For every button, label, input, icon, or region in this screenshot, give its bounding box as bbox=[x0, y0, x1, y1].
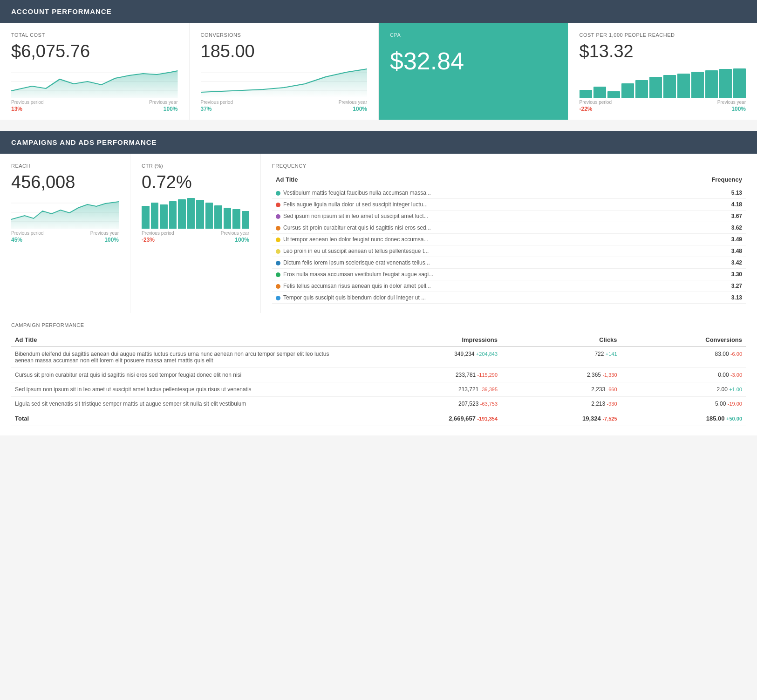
freq-row-value: 3.27 bbox=[657, 280, 746, 292]
freq-dot bbox=[276, 272, 280, 277]
freq-dot bbox=[276, 249, 280, 254]
camp-col-conversions: Conversions bbox=[621, 333, 746, 347]
reach-value: 456,008 bbox=[11, 172, 119, 192]
bar-6 bbox=[649, 77, 662, 98]
ctr-bar-6 bbox=[187, 198, 195, 229]
bar-4 bbox=[621, 83, 634, 98]
cpm-period-values: -22% 100% bbox=[580, 106, 746, 112]
freq-dot bbox=[276, 296, 280, 300]
ctr-bar-12 bbox=[242, 211, 250, 229]
bar-8 bbox=[677, 74, 690, 98]
reach-period-values: 45% 100% bbox=[11, 237, 119, 243]
campaigns-section: CAMPAIGNS AND ADS PERFORMANCE REACH 456,… bbox=[0, 131, 757, 435]
conversions-value: 185.00 bbox=[201, 41, 368, 61]
bar-5 bbox=[635, 80, 648, 98]
camp-total-clicks: 19,324 -7,525 bbox=[501, 411, 621, 426]
total-cost-value: $6,075.76 bbox=[11, 41, 178, 61]
freq-dot bbox=[276, 238, 280, 242]
conversions-period-labels: Previous period Previous year bbox=[201, 100, 368, 105]
reach-period-labels: Previous period Previous year bbox=[11, 231, 119, 236]
bar-7 bbox=[663, 75, 676, 98]
camp-row-impressions: 207,523 -63,753 bbox=[342, 397, 501, 411]
ctr-bar-4 bbox=[169, 201, 177, 229]
camp-row: Ligula sed sit venenatis sit tristique s… bbox=[11, 397, 746, 411]
bar-9 bbox=[691, 72, 704, 98]
camp-col-ad: Ad Title bbox=[11, 333, 342, 347]
frequency-panel: FREQUENCY Ad Title Frequency Vestibulum … bbox=[261, 154, 757, 313]
frequency-label: FREQUENCY bbox=[272, 163, 746, 169]
freq-row: Leo proin in eu ut suscipit aenean ut te… bbox=[272, 245, 746, 257]
camp-row-clicks: 2,365 -1,330 bbox=[501, 368, 621, 382]
freq-row-title: Dictum felis lorem ipsum scelerisque era… bbox=[272, 257, 657, 269]
cpa-label: CPA bbox=[390, 32, 557, 38]
camp-row-conversions: 0.00 -3.00 bbox=[621, 368, 746, 382]
total-cost-prev-year: 100% bbox=[164, 106, 178, 112]
camp-row-title: Ligula sed sit venenatis sit tristique s… bbox=[11, 397, 342, 411]
ctr-card: CTR (%) 0.72% P bbox=[130, 154, 261, 313]
conversions-card: CONVERSIONS 185.00 bbox=[190, 23, 379, 120]
total-cost-period-labels: Previous period Previous year bbox=[11, 100, 178, 105]
campaign-total-row: Total 2,669,657 -191,354 19,324 -7,525 1… bbox=[11, 411, 746, 426]
camp-row: Bibendum eleifend dui sagittis aenean du… bbox=[11, 347, 746, 368]
camp-row: Sed ipsum non ipsum sit in leo amet ut s… bbox=[11, 382, 746, 397]
ctr-chart bbox=[142, 196, 249, 229]
campaign-perf-panel: CAMPAIGN PERFORMANCE Ad Title Impression… bbox=[0, 313, 757, 435]
reach-label: REACH bbox=[11, 163, 119, 169]
camp-total-impressions: 2,669,657 -191,354 bbox=[342, 411, 501, 426]
cpm-chart bbox=[580, 65, 746, 98]
ctr-period-labels: Previous period Previous year bbox=[142, 231, 249, 236]
cpm-prev-period: -22% bbox=[580, 106, 593, 112]
freq-col-freq: Frequency bbox=[657, 174, 746, 187]
camp-row-title: Bibendum eleifend dui sagittis aenean du… bbox=[11, 347, 342, 368]
freq-row-value: 3.13 bbox=[657, 292, 746, 304]
camp-row-title: Cursus sit proin curabitur erat quis id … bbox=[11, 368, 342, 382]
frequency-table: Ad Title Frequency Vestibulum mattis feu… bbox=[272, 174, 746, 304]
conversions-chart bbox=[201, 65, 368, 98]
camp-row-conversions: 83.00 -6.00 bbox=[621, 347, 746, 368]
ctr-bar-9 bbox=[214, 205, 222, 229]
bar-10 bbox=[705, 70, 718, 98]
camp-row-conversions: 5.00 -19.00 bbox=[621, 397, 746, 411]
total-cost-period-values: 13% 100% bbox=[11, 106, 178, 112]
freq-row-value: 3.49 bbox=[657, 234, 746, 245]
conversions-label: CONVERSIONS bbox=[201, 32, 368, 38]
cpa-value: $32.84 bbox=[390, 47, 557, 75]
bar-12 bbox=[733, 68, 746, 98]
ctr-bar-2 bbox=[151, 203, 159, 229]
freq-row: Cursus sit proin curabitur erat quis id … bbox=[272, 222, 746, 234]
campaign-perf-table: Ad Title Impressions Clicks Conversions … bbox=[11, 333, 746, 426]
cpm-prev-year: 100% bbox=[731, 106, 746, 112]
freq-row-title: Felis augue ligula nulla dolor ut sed su… bbox=[272, 199, 657, 211]
freq-dot bbox=[276, 261, 280, 265]
cpm-period-labels: Previous period Previous year bbox=[580, 100, 746, 105]
freq-dot bbox=[276, 191, 280, 196]
freq-row-title: Eros nulla massa accumsan vestibulum feu… bbox=[272, 269, 657, 280]
freq-row-value: 3.62 bbox=[657, 222, 746, 234]
camp-row-clicks: 722 +141 bbox=[501, 347, 621, 368]
bar-11 bbox=[719, 69, 732, 98]
freq-row-title: Sed ipsum non ipsum sit in leo amet ut s… bbox=[272, 211, 657, 222]
cpm-label: COST PER 1,000 PEOPLE REACHED bbox=[580, 32, 746, 38]
camp-total-label: Total bbox=[11, 411, 342, 426]
ctr-prev-year: 100% bbox=[235, 237, 249, 243]
ctr-bar-1 bbox=[142, 206, 150, 229]
freq-col-title: Ad Title bbox=[272, 174, 657, 187]
freq-dot bbox=[276, 203, 280, 207]
freq-row-value: 5.13 bbox=[657, 187, 746, 199]
freq-dot bbox=[276, 284, 280, 289]
ctr-bar-5 bbox=[178, 199, 186, 229]
reach-chart bbox=[11, 196, 119, 229]
ctr-bar-3 bbox=[160, 204, 168, 229]
freq-row: Felis augue ligula nulla dolor ut sed su… bbox=[272, 199, 746, 211]
ctr-bar-8 bbox=[205, 203, 213, 229]
camp-col-impressions: Impressions bbox=[342, 333, 501, 347]
cpm-card: COST PER 1,000 PEOPLE REACHED $13.32 bbox=[568, 23, 757, 120]
account-cards: TOTAL COST $6,075.76 bbox=[0, 23, 757, 120]
conversions-prev-period: 37% bbox=[201, 106, 212, 112]
ctr-period-values: -23% 100% bbox=[142, 237, 249, 243]
freq-row: Vestibulum mattis feugiat faucibus nulla… bbox=[272, 187, 746, 199]
account-performance-section: ACCOUNT PERFORMANCE TOTAL COST $6,075.76 bbox=[0, 0, 757, 120]
bar-2 bbox=[593, 87, 606, 98]
freq-row-title: Ut tempor aenean leo dolor feugiat nunc … bbox=[272, 234, 657, 245]
ctr-value: 0.72% bbox=[142, 172, 249, 192]
